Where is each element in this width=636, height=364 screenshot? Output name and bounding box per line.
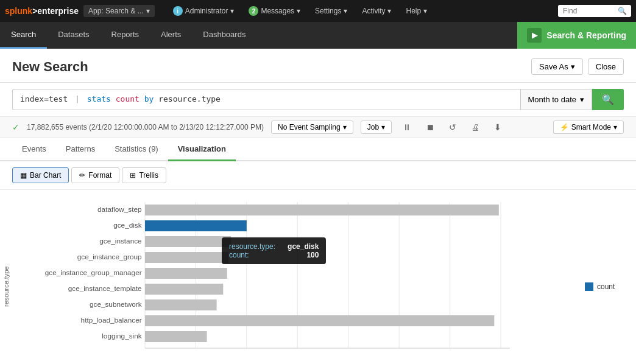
smart-mode-chevron: ▾ — [613, 123, 617, 131]
legend-label-count: count — [597, 282, 615, 291]
query-index: index=test — [20, 94, 68, 103]
sampling-chevron: ▾ — [343, 123, 347, 131]
app-menu[interactable]: App: Search & ... ▾ — [83, 5, 155, 17]
app-menu-label: App: Search & ... — [88, 7, 144, 15]
bar-gce-instance-group[interactable] — [145, 252, 228, 263]
smart-mode-label: Smart Mode — [571, 123, 611, 131]
tab-datasets[interactable]: Datasets — [47, 22, 100, 49]
svg-text:gce_subnetwork: gce_subnetwork — [90, 301, 142, 308]
bar-gce-instance-group-manager[interactable] — [145, 268, 227, 279]
job-label: Job — [367, 123, 379, 131]
chart-container: resource.type dataflow_step gce_disk — [0, 202, 624, 364]
messages-chevron: ▾ — [297, 7, 300, 15]
main-content: New Search Save As ▾ Close index=test | … — [0, 49, 636, 364]
tab-alerts[interactable]: Alerts — [150, 22, 192, 49]
messages-badge: 2 — [249, 6, 258, 16]
tab-visualization[interactable]: Visualization — [168, 138, 236, 161]
messages-nav-item[interactable]: 2 Messages ▾ — [242, 4, 306, 18]
bar-dataflow-step[interactable] — [145, 205, 499, 215]
sampling-button[interactable]: No Event Sampling ▾ — [271, 121, 353, 134]
svg-text:gce_instance_group: gce_instance_group — [77, 253, 142, 261]
bar-chart-button[interactable]: ▦ Bar Chart — [12, 167, 69, 183]
pause-button[interactable]: ⏸ — [399, 121, 415, 134]
tab-events[interactable]: Events — [12, 138, 56, 161]
page-actions: Save As ▾ Close — [531, 58, 624, 75]
format-button[interactable]: ✏ Format — [71, 167, 119, 183]
help-label: Help — [406, 7, 421, 15]
trellis-button[interactable]: ⊞ Trellis — [122, 167, 166, 183]
svg-text:logging_sink: logging_sink — [102, 332, 142, 340]
splunk-text: splunk — [5, 6, 32, 16]
bar-gce-instance[interactable] — [145, 236, 231, 247]
tab-dashboards[interactable]: Dashboards — [192, 22, 256, 49]
find-search-box[interactable]: 🔍 — [558, 5, 631, 17]
search-go-icon: 🔍 — [602, 94, 614, 105]
close-button[interactable]: Close — [588, 58, 624, 75]
svg-text:http_load_balancer: http_load_balancer — [81, 317, 142, 324]
bar-gce-disk[interactable] — [145, 220, 247, 231]
tab-reports[interactable]: Reports — [101, 22, 150, 49]
find-icon: 🔍 — [618, 7, 627, 15]
smart-mode-button[interactable]: ⚡ Smart Mode ▾ — [553, 121, 624, 134]
settings-label: Settings — [315, 7, 341, 15]
save-as-button[interactable]: Save As ▾ — [531, 58, 583, 75]
activity-label: Activity — [362, 7, 385, 15]
search-go-button[interactable]: 🔍 — [592, 89, 624, 110]
query-by: by — [144, 94, 154, 103]
find-input[interactable] — [563, 7, 618, 15]
svg-text:gce_instance_template: gce_instance_template — [68, 285, 142, 292]
legend-item-count: count — [585, 282, 615, 291]
play-icon: ▶ — [527, 28, 542, 43]
bar-chart-label: Bar Chart — [30, 171, 61, 180]
info-icon-item[interactable]: i Administrator ▾ — [167, 4, 241, 18]
app-menu-chevron: ▾ — [146, 7, 150, 15]
help-nav-item[interactable]: Help ▾ — [400, 5, 433, 17]
close-label: Close — [596, 62, 616, 71]
svg-text:dataflow_step: dataflow_step — [97, 206, 142, 213]
search-input[interactable]: index=test | stats count by resource.typ… — [12, 89, 520, 110]
download-button[interactable]: ⬇ — [490, 121, 505, 134]
svg-text:gce_instance: gce_instance — [99, 237, 141, 245]
format-label: Format — [88, 171, 111, 180]
tab-search[interactable]: Search — [0, 22, 47, 49]
chart-toolbar: ▦ Bar Chart ✏ Format ⊞ Trellis — [0, 161, 636, 190]
bar-logging-sink[interactable] — [145, 331, 207, 342]
stop-button[interactable]: ⏹ — [422, 121, 438, 134]
admin-label: Administrator — [185, 7, 228, 15]
info-badge: i — [173, 6, 183, 16]
search-reporting-button[interactable]: ▶ Search & Reporting — [517, 22, 636, 49]
bar-chart-svg: dataflow_step gce_disk gce_instance gce_… — [15, 202, 575, 360]
chart-area: resource.type dataflow_step gce_disk — [0, 190, 636, 364]
job-button[interactable]: Job ▾ — [361, 121, 392, 134]
time-range-label: Month to date — [528, 95, 577, 104]
page-title: New Search — [12, 59, 88, 75]
legend-color-count — [585, 282, 593, 291]
y-axis-label: resource.type — [0, 202, 12, 364]
top-nav: splunk>enterprise App: Search & ... ▾ i … — [0, 0, 636, 22]
query-field: resource.type — [158, 94, 221, 103]
trellis-label: Trellis — [139, 171, 158, 180]
bar-http-load-balancer[interactable] — [145, 315, 494, 326]
refresh-button[interactable]: ↺ — [445, 121, 460, 134]
print-button[interactable]: 🖨 — [467, 121, 483, 134]
tab-patterns[interactable]: Patterns — [56, 138, 105, 161]
job-chevron: ▾ — [381, 123, 385, 131]
bar-gce-subnetwork[interactable] — [145, 299, 217, 310]
smart-mode-icon: ⚡ — [560, 123, 569, 131]
splunk-logo: splunk>enterprise — [5, 6, 79, 16]
bar-gce-instance-template[interactable] — [145, 284, 223, 295]
tab-statistics[interactable]: Statistics (9) — [105, 138, 168, 161]
sampling-label: No Event Sampling — [278, 123, 341, 131]
activity-nav-item[interactable]: Activity ▾ — [356, 5, 397, 17]
time-range-button[interactable]: Month to date ▾ — [520, 89, 593, 110]
splunk-suffix: >enterprise — [32, 6, 79, 16]
status-bar: ✓ 17,882,655 events (2/1/20 12:00:00.000… — [0, 116, 636, 138]
admin-chevron: ▾ — [230, 7, 234, 15]
query-count: count — [116, 94, 140, 103]
secondary-nav: Search Datasets Reports Alerts Dashboard… — [0, 22, 636, 49]
status-check-icon: ✓ — [12, 122, 19, 132]
tabs-bar: Events Patterns Statistics (9) Visualiza… — [0, 138, 636, 161]
svg-text:gce_instance_group_manager: gce_instance_group_manager — [45, 269, 142, 276]
chart-inner: dataflow_step gce_disk gce_instance gce_… — [15, 202, 575, 364]
settings-nav-item[interactable]: Settings ▾ — [309, 5, 353, 17]
